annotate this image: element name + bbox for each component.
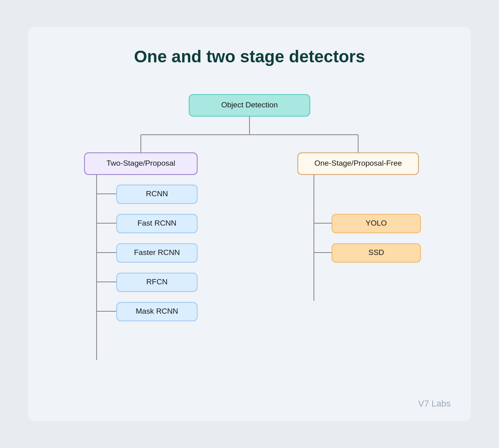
- ssd-label: SSD: [368, 248, 384, 257]
- main-card: One and two stage detectors Object Detec…: [28, 27, 471, 421]
- page-title: One and two stage detectors: [134, 47, 365, 66]
- root-node-label: Object Detection: [221, 101, 278, 109]
- left-branch-node-label: Two-Stage/Proposal: [106, 159, 175, 167]
- fast-rcnn-label: Fast RCNN: [137, 219, 176, 227]
- yolo-label: YOLO: [366, 219, 387, 227]
- mask-rcnn-label: Mask RCNN: [136, 307, 178, 315]
- right-branch-node-label: One-Stage/Proposal-Free: [314, 159, 402, 167]
- diagram-area: Object Detection Two-Stage/Proposal One-…: [52, 86, 447, 394]
- tree-diagram: Object Detection Two-Stage/Proposal One-…: [52, 86, 447, 392]
- watermark-label: V7 Labs: [418, 399, 451, 409]
- rcnn-label: RCNN: [146, 189, 168, 198]
- rfcn-label: RFCN: [146, 277, 168, 286]
- faster-rcnn-label: Faster RCNN: [134, 248, 180, 257]
